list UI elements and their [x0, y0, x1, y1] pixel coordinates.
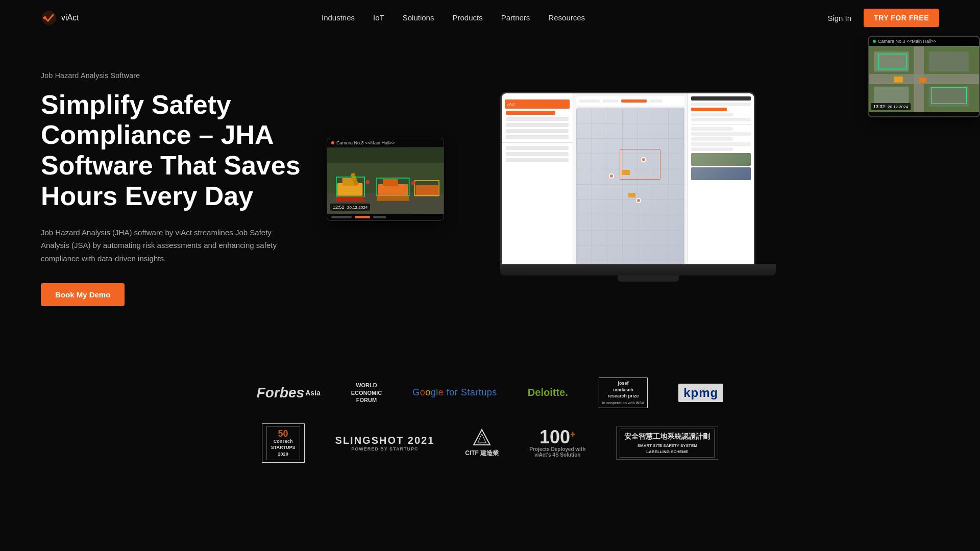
laptop-stand [618, 276, 679, 282]
aerial-label: Camera No.3 <<Main Hall>> [878, 39, 937, 44]
slingshot-text: SLINGSHOT 2021 POWERED BY STARTUP© [335, 435, 435, 452]
right-panel-row-1 [691, 103, 751, 106]
right-panel-title [691, 96, 751, 101]
right-panel-row-4 [691, 118, 751, 121]
signin-link[interactable]: Sign In [827, 14, 851, 22]
brand-wef: WORLDECONOMICFORUM [351, 382, 382, 404]
topbar-element-4 [650, 99, 663, 103]
hero-visual: Camera No.3 <<Main Hall>> [357, 56, 939, 321]
svg-point-25 [365, 180, 370, 184]
brand-smart: 安全智慧工地系統認證計劃 SMART SITE SAFETY SYSTEM LA… [616, 427, 718, 460]
camera-label: Camera No.3 <<Main Hall>> [336, 140, 395, 145]
camera-footer [327, 214, 444, 220]
camera-time: 12:52 20.12.2024 [330, 204, 370, 211]
laptop-base [500, 264, 776, 276]
svg-rect-20 [383, 179, 398, 186]
hero-section: Job Hazard Analysis Software Simplify Sa… [0, 36, 980, 352]
brand-josef: josefumdaschresearch prize in cooperatio… [599, 378, 648, 408]
sidebar-item-6 [506, 146, 569, 150]
dashboard-logo-bar: viAct [505, 99, 570, 109]
right-panel-thumb-1 [691, 153, 751, 166]
brand-slingshot: SLINGSHOT 2021 POWERED BY STARTUP© [335, 435, 435, 452]
sidebar-item-5 [506, 135, 569, 139]
nav-actions: Sign In TRY FOR FREE [827, 9, 939, 27]
nav-item-solutions[interactable]: Solutions [403, 13, 434, 22]
top50-text: 50 ConTech STARTUPS 2020 [266, 426, 300, 461]
camera-header: Camera No.3 <<Main Hall>> [327, 138, 444, 147]
sidebar-item-4 [506, 129, 569, 133]
citf-text: CITF 建造業 [465, 449, 499, 458]
brand-100plus: 100 + Projects Deployed with viAct's 4S … [529, 428, 585, 458]
brand-top50: 50 ConTech STARTUPS 2020 [262, 423, 305, 463]
google-text: Google for Startups [412, 387, 497, 398]
laptop-mockup: viAct [500, 92, 796, 306]
brand-forbes: Forbes Asia [257, 385, 321, 401]
sidebar-item-8 [506, 158, 569, 162]
svg-rect-11 [894, 77, 903, 83]
brand-google: Google for Startups [412, 387, 497, 398]
hero-subtitle: Job Hazard Analysis Software [41, 71, 337, 80]
sidebar-item-7 [506, 152, 569, 156]
right-panel-row-8 [691, 142, 751, 146]
brand-deloitte: Deloitte. [528, 387, 568, 398]
nav-item-industries[interactable]: Industries [322, 13, 355, 22]
nav-item-resources[interactable]: Resources [548, 13, 585, 22]
dashboard-right-panel [688, 93, 754, 264]
nav-links: Industries IoT Solutions Products Partne… [322, 13, 585, 22]
hero-title: Simplify Safety Compliance – JHA Softwar… [41, 90, 337, 212]
hero-content: Job Hazard Analysis Software Simplify Sa… [41, 71, 337, 307]
kpmg-text: kpmg [683, 386, 718, 400]
forbes-text: Forbes [257, 385, 304, 401]
svg-rect-27 [336, 196, 365, 202]
map-dot-2 [636, 198, 641, 203]
logo[interactable]: viAct [41, 10, 79, 26]
brand-citf: CITF 建造業 [465, 429, 499, 458]
right-panel-divider [691, 124, 751, 124]
svg-rect-28 [377, 196, 409, 201]
svg-point-26 [411, 181, 415, 185]
try-free-button[interactable]: TRY FOR FREE [864, 9, 939, 27]
right-panel-thumb-2 [691, 167, 751, 180]
dashboard-topbar [576, 96, 684, 106]
camera-footer-bar-3 [373, 216, 386, 218]
right-panel-row-2 [691, 108, 727, 111]
smart-text: 安全智慧工地系統認證計劃 SMART SITE SAFETY SYSTEM LA… [620, 429, 715, 458]
dashboard-main [573, 93, 688, 264]
aerial-status-dot [873, 40, 876, 43]
nav-item-products[interactable]: Products [452, 13, 482, 22]
brands-section: Forbes Asia WORLDECONOMICFORUM Google fo… [0, 352, 980, 504]
dashboard-interface: viAct [502, 93, 754, 264]
laptop-screen: viAct [500, 92, 755, 265]
svg-rect-12 [919, 78, 926, 83]
right-panel-row-7 [691, 137, 733, 141]
citf-content: CITF 建造業 [465, 429, 499, 458]
sidebar-item-2 [506, 117, 569, 121]
sidebar-item-3 [506, 123, 569, 127]
topbar-element-2 [603, 99, 618, 103]
right-panel-row-3 [691, 113, 733, 116]
camera-footer-bar-1 [331, 216, 352, 218]
viact-logo-icon [41, 10, 57, 26]
wef-text: WORLDECONOMICFORUM [351, 382, 382, 404]
brand-kpmg: kpmg [678, 384, 723, 402]
citf-icon [473, 429, 491, 447]
deloitte-text: Deloitte. [528, 387, 568, 398]
svg-rect-6 [929, 52, 969, 71]
dashboard-map [576, 108, 684, 264]
aerial-card: Camera No.3 <<Main Hall>> [868, 36, 980, 117]
hero-description: Job Hazard Analysis (JHA) software by vi… [41, 226, 296, 265]
book-demo-button[interactable]: Book My Demo [41, 283, 125, 306]
map-vehicle-1 [622, 170, 630, 175]
sidebar-divider [502, 142, 573, 143]
nav-item-iot[interactable]: IoT [373, 13, 384, 22]
right-panel-row-9 [691, 147, 733, 151]
camera-status-dot [331, 141, 334, 144]
sidebar-item-1 [506, 111, 555, 115]
forbes-asia: Asia [305, 389, 321, 397]
camera-card: Camera No.3 <<Main Hall>> [327, 138, 444, 221]
navbar: viAct Industries IoT Solutions Products … [0, 0, 980, 36]
dashboard-sidebar: viAct [502, 93, 573, 264]
svg-point-1 [43, 16, 46, 19]
nav-item-partners[interactable]: Partners [501, 13, 530, 22]
brands-row-2: 50 ConTech STARTUPS 2020 SLINGSHOT 2021 … [41, 423, 939, 463]
